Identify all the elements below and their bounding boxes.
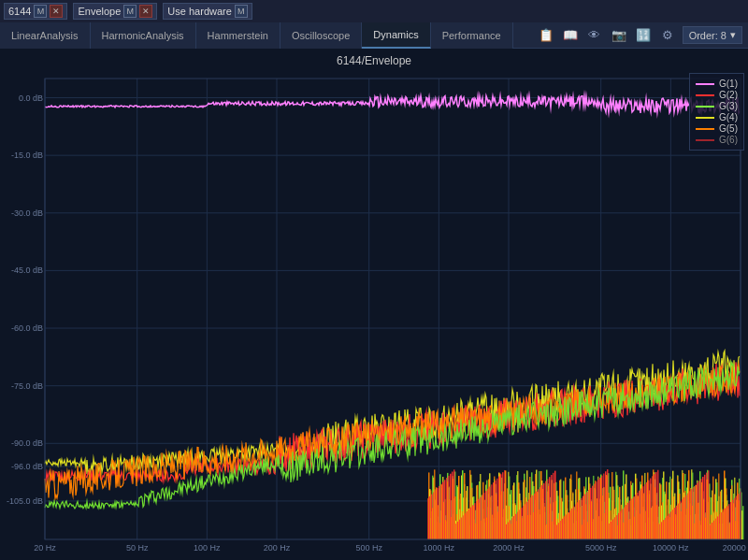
legend-line-g6 xyxy=(696,139,714,141)
legend-item-g4: G(4) xyxy=(696,112,738,122)
legend-item-g2: G(2) xyxy=(696,90,738,100)
tab-performance[interactable]: Performance xyxy=(431,22,513,49)
book-icon[interactable]: 📖 xyxy=(561,26,580,45)
legend-label-g6: G(6) xyxy=(719,135,738,145)
legend-item-g5: G(5) xyxy=(696,123,738,134)
order-selector[interactable]: Order: 8 ▾ xyxy=(683,26,742,44)
chart-wrapper: G(1) G(2) G(3) G(4) G(5) G(6) xyxy=(0,69,748,560)
segment-6144: 6144 M ✕ xyxy=(4,3,67,20)
legend-line-g4 xyxy=(696,117,714,119)
gear-icon[interactable]: ⚙ xyxy=(658,26,677,45)
legend-label-g3: G(3) xyxy=(719,101,738,111)
legend-label-g4: G(4) xyxy=(719,112,738,122)
legend-line-g3 xyxy=(696,106,714,108)
tab-harmonic-analysis[interactable]: HarmonicAnalysis xyxy=(91,22,196,49)
segment-envelope-close-btn[interactable]: ✕ xyxy=(139,5,152,18)
tab-actions: 📋 📖 👁 📷 🔢 ⚙ Order: 8 ▾ xyxy=(537,26,748,45)
segment-envelope: Envelope M ✕ xyxy=(73,3,157,20)
legend-label-g5: G(5) xyxy=(719,123,738,134)
segment-6144-close-btn[interactable]: ✕ xyxy=(50,5,63,18)
tab-hammerstein[interactable]: Hammerstein xyxy=(196,22,280,49)
segment-6144-label: 6144 xyxy=(8,6,31,17)
segment-envelope-label: Envelope xyxy=(78,6,121,17)
legend-line-g1 xyxy=(696,83,714,85)
legend-label-g1: G(1) xyxy=(719,79,738,89)
tab-bar: LinearAnalysis HarmonicAnalysis Hammerst… xyxy=(0,22,748,49)
clipboard-icon[interactable]: 📋 xyxy=(537,26,555,45)
segment-envelope-m-btn[interactable]: M xyxy=(123,5,137,18)
legend-label-g2: G(2) xyxy=(719,90,738,100)
main-chart xyxy=(0,69,748,560)
legend-item-g1: G(1) xyxy=(696,79,738,89)
eye-icon[interactable]: 👁 xyxy=(585,26,604,45)
segment-hardware-label: Use hardware xyxy=(167,6,231,17)
legend-line-g2 xyxy=(696,94,714,96)
tab-dynamics[interactable]: Dynamics xyxy=(362,22,430,49)
segment-hardware: Use hardware M xyxy=(163,3,252,20)
segment-6144-m-btn[interactable]: M xyxy=(34,5,47,18)
number-icon[interactable]: 🔢 xyxy=(634,26,653,45)
tab-linear-analysis[interactable]: LinearAnalysis xyxy=(0,22,91,49)
main-area: 6144/Envelope G(1) G(2) G(3) G(4) xyxy=(0,49,748,560)
order-label: Order: 8 xyxy=(689,30,726,41)
chart-legend: G(1) G(2) G(3) G(4) G(5) G(6) xyxy=(689,73,744,151)
chart-title: 6144/Envelope xyxy=(0,49,748,69)
chevron-down-icon: ▾ xyxy=(730,29,736,41)
legend-line-g5 xyxy=(696,128,714,130)
tab-oscilloscope[interactable]: Oscilloscope xyxy=(280,22,362,49)
legend-item-g6: G(6) xyxy=(696,135,738,145)
title-bar: 6144 M ✕ Envelope M ✕ Use hardware M xyxy=(0,0,748,22)
camera-icon[interactable]: 📷 xyxy=(610,26,628,45)
segment-hardware-m-btn[interactable]: M xyxy=(235,5,248,18)
legend-item-g3: G(3) xyxy=(696,101,738,111)
